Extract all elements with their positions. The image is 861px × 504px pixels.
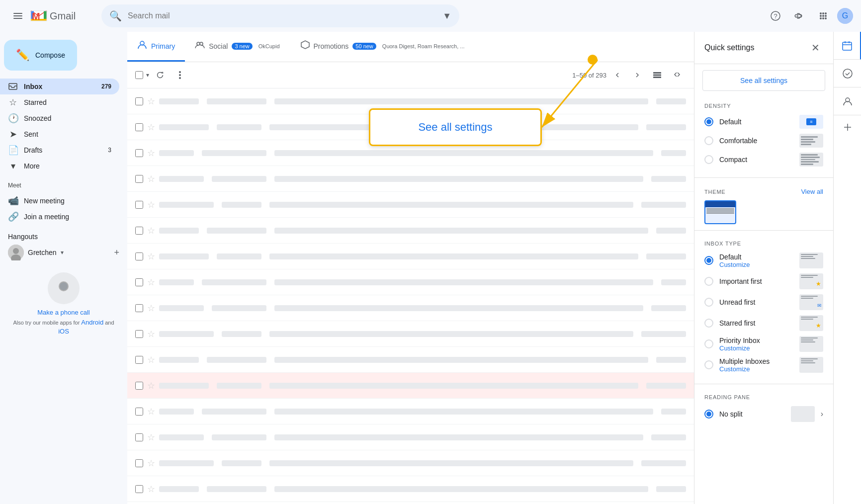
inbox-radio-multiple-inboxes[interactable] (704, 360, 713, 369)
email-row-checkbox[interactable] (135, 175, 143, 183)
email-star[interactable]: ☆ (147, 199, 155, 210)
email-star[interactable]: ☆ (147, 432, 155, 443)
email-row-checkbox[interactable] (135, 356, 143, 364)
email-row-checkbox[interactable] (135, 227, 143, 235)
refresh-button[interactable] (151, 66, 169, 84)
search-dropdown-icon[interactable]: ▼ (442, 11, 451, 21)
email-row[interactable]: ☆ (127, 166, 694, 192)
inbox-radio-priority-inbox[interactable] (704, 339, 713, 348)
inbox-option-priority-inbox[interactable]: Priority Inbox Customize (704, 336, 823, 352)
density-radio-compact[interactable] (704, 155, 713, 164)
hangout-dropdown-icon[interactable]: ▾ (61, 249, 64, 256)
select-dropdown-icon[interactable]: ▾ (146, 72, 149, 79)
email-row[interactable]: ☆ (127, 424, 694, 450)
email-row[interactable]: ☆ (127, 88, 694, 114)
apps-button[interactable] (813, 6, 833, 26)
email-row-checkbox[interactable] (135, 123, 143, 131)
inbox-option-unread-first[interactable]: Unread first ✉ (704, 294, 823, 310)
inbox-customize-priority[interactable]: Customize (719, 344, 793, 352)
email-star[interactable]: ☆ (147, 484, 155, 495)
calendar-panel-icon[interactable] (834, 32, 861, 60)
email-row-checkbox[interactable] (135, 201, 143, 209)
hangout-add-icon[interactable]: + (114, 248, 119, 258)
email-star[interactable]: ☆ (147, 380, 155, 391)
email-row[interactable]: ☆ (127, 140, 694, 166)
qs-close-button[interactable]: ✕ (807, 40, 823, 56)
email-row[interactable]: ☆ (127, 347, 694, 373)
contacts-panel-icon[interactable] (834, 87, 861, 115)
phone-call-link[interactable]: Make a phone call (37, 309, 90, 316)
email-row-checkbox[interactable] (135, 382, 143, 390)
email-star[interactable]: ☆ (147, 277, 155, 288)
email-star[interactable]: ☆ (147, 122, 155, 133)
email-row-checkbox[interactable] (135, 330, 143, 338)
sidebar-item-join-meeting[interactable]: 🔗 Join a meeting (0, 209, 119, 225)
view-all-themes-link[interactable]: View all (801, 188, 823, 195)
add-panel-button[interactable] (834, 117, 861, 137)
help-button[interactable]: ? (766, 6, 785, 26)
sidebar-item-more[interactable]: ▾ More (0, 158, 119, 174)
sidebar-item-starred[interactable]: ☆ Starred (0, 94, 119, 110)
email-row-checkbox[interactable] (135, 459, 143, 467)
email-row[interactable]: ☆ (127, 295, 694, 321)
next-page-button[interactable] (628, 66, 646, 84)
inbox-radio-default[interactable] (704, 256, 713, 265)
email-row-checkbox[interactable] (135, 485, 143, 493)
more-options-button[interactable] (171, 66, 189, 84)
sidebar-item-drafts[interactable]: 📄 Drafts 3 (0, 142, 119, 158)
email-row[interactable]: ☆ (127, 476, 694, 502)
grid-view-button[interactable] (668, 66, 686, 84)
email-row-checkbox[interactable] (135, 408, 143, 416)
email-row[interactable]: ☆ (127, 192, 694, 218)
inbox-radio-important-first[interactable] (704, 277, 713, 286)
email-row[interactable]: ☆ (127, 244, 694, 269)
email-row[interactable]: ☆ (127, 269, 694, 295)
email-star[interactable]: ☆ (147, 225, 155, 236)
density-option-comfortable[interactable]: Comfortable (704, 134, 823, 148)
email-star[interactable]: ☆ (147, 251, 155, 262)
avatar[interactable] (837, 8, 853, 24)
density-option-default[interactable]: Default ≡ (704, 115, 823, 129)
density-radio-comfortable[interactable] (704, 136, 713, 145)
tab-primary[interactable]: Primary (127, 32, 185, 62)
tab-social[interactable]: Social 3 new OkCupid (185, 32, 289, 62)
search-bar[interactable]: 🔍 ▼ (101, 4, 459, 27)
android-link[interactable]: Android (81, 319, 103, 326)
email-row-checkbox[interactable] (135, 97, 143, 105)
inbox-option-important-first[interactable]: Important first ★ (704, 273, 823, 289)
email-star[interactable]: ☆ (147, 406, 155, 417)
email-star[interactable]: ☆ (147, 303, 155, 314)
reading-pane-option-no-split[interactable]: No split › (704, 406, 823, 422)
select-all-checkbox[interactable] (135, 71, 143, 79)
email-star[interactable]: ☆ (147, 458, 155, 469)
email-row[interactable]: ☆ (127, 450, 694, 476)
email-star[interactable]: ☆ (147, 96, 155, 107)
sidebar-item-sent[interactable]: ➤ Sent (0, 126, 119, 142)
prev-page-button[interactable] (608, 66, 626, 84)
theme-preview-container[interactable] (704, 200, 823, 224)
email-row[interactable]: ☆ (127, 373, 694, 399)
sidebar-item-snoozed[interactable]: 🕐 Snoozed (0, 110, 119, 126)
inbox-option-multiple-inboxes[interactable]: Multiple Inboxes Customize (704, 357, 823, 373)
inbox-customize-default[interactable]: Customize (719, 261, 793, 268)
email-row[interactable]: ☆ (127, 114, 694, 140)
sidebar-item-new-meeting[interactable]: 📹 New meeting (0, 193, 119, 209)
sidebar-item-inbox[interactable]: Inbox 279 (0, 79, 119, 94)
email-row-checkbox[interactable] (135, 433, 143, 441)
hamburger-menu-button[interactable] (8, 6, 28, 26)
inbox-radio-unread-first[interactable] (704, 298, 713, 307)
inbox-radio-starred-first[interactable] (704, 319, 713, 328)
inbox-option-default[interactable]: Default Customize (704, 252, 823, 268)
inbox-option-starred-first[interactable]: Starred first ★ (704, 315, 823, 331)
density-option-compact[interactable]: Compact (704, 153, 823, 167)
email-row-checkbox[interactable] (135, 304, 143, 312)
email-row[interactable]: ☆ (127, 399, 694, 424)
email-star[interactable]: ☆ (147, 354, 155, 365)
inbox-customize-multiple[interactable]: Customize (719, 365, 793, 373)
search-input[interactable] (128, 11, 436, 20)
compose-button[interactable]: ✏️ Compose (4, 40, 77, 71)
density-radio-default[interactable] (704, 117, 713, 126)
settings-button[interactable] (789, 6, 809, 26)
hangout-user[interactable]: Gretchen ▾ + (8, 245, 119, 260)
email-star[interactable]: ☆ (147, 148, 155, 159)
